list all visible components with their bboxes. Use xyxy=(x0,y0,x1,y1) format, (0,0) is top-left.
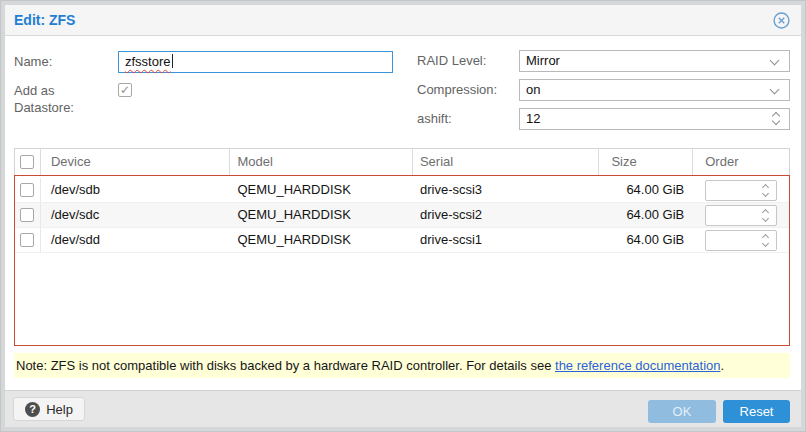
table-row[interactable]: /dev/sdd QEMU_HARDDISK drive-scsi1 64.00… xyxy=(15,228,789,253)
cell-device: /dev/sdb xyxy=(41,178,231,202)
cell-order xyxy=(693,178,789,202)
chevron-down-icon xyxy=(770,85,780,95)
table-row[interactable]: /dev/sdb QEMU_HARDDISK drive-scsi3 64.00… xyxy=(15,178,789,203)
chevron-down-icon[interactable] xyxy=(762,189,769,196)
cell-model: QEMU_HARDDISK xyxy=(230,203,413,227)
select-all-checkbox[interactable] xyxy=(20,155,34,169)
row-checkbox[interactable] xyxy=(20,208,34,222)
dialog-footer: ? Help OK Reset xyxy=(5,390,801,427)
reset-button[interactable]: Reset xyxy=(723,400,790,423)
ashift-spinner[interactable]: 12 xyxy=(519,108,790,130)
raid-level-select[interactable]: Mirror xyxy=(519,50,790,72)
cell-serial: drive-scsi1 xyxy=(413,228,600,252)
raid-level-label: RAID Level: xyxy=(417,50,486,72)
dialog-window: Edit: ZFS Name: zfsstore Add as Datastor… xyxy=(5,5,801,427)
chevron-down-icon[interactable] xyxy=(762,214,769,221)
chevron-down-icon[interactable] xyxy=(762,239,769,246)
compression-label: Compression: xyxy=(417,79,497,101)
row-checkbox-cell xyxy=(15,203,41,227)
ok-button[interactable]: OK xyxy=(648,400,716,423)
chevron-down-icon[interactable] xyxy=(772,117,780,125)
reference-documentation-link[interactable]: the reference documentation xyxy=(555,358,721,373)
raid-level-value: Mirror xyxy=(526,53,560,68)
disk-table-header: Device Model Serial Size Order xyxy=(14,148,790,175)
ashift-label: ashift: xyxy=(417,108,452,130)
order-spinner[interactable] xyxy=(705,230,777,251)
cell-size: 64.00 GiB xyxy=(599,228,693,252)
help-button-label: Help xyxy=(46,402,73,417)
cell-order xyxy=(693,203,789,227)
text-caret xyxy=(172,54,173,68)
dialog-titlebar[interactable]: Edit: ZFS xyxy=(5,5,801,36)
help-button[interactable]: ? Help xyxy=(13,397,85,421)
select-all-checkbox-cell xyxy=(15,149,41,175)
table-row[interactable]: /dev/sdc QEMU_HARDDISK drive-scsi2 64.00… xyxy=(15,203,789,228)
row-checkbox[interactable] xyxy=(20,183,34,197)
cell-model: QEMU_HARDDISK xyxy=(230,178,413,202)
dialog-title: Edit: ZFS xyxy=(14,5,75,35)
cell-size: 64.00 GiB xyxy=(599,178,693,202)
cell-device: /dev/sdc xyxy=(41,203,231,227)
zfs-edit-dialog: Edit: ZFS Name: zfsstore Add as Datastor… xyxy=(0,0,806,432)
chevron-down-icon xyxy=(770,56,780,66)
order-spinner[interactable] xyxy=(705,180,777,201)
cell-model: QEMU_HARDDISK xyxy=(230,228,413,252)
zfs-note-banner: Note: ZFS is not compatible with disks b… xyxy=(14,353,790,378)
row-checkbox-cell xyxy=(15,228,41,252)
add-as-datastore-label: Add as Datastore: xyxy=(14,82,94,116)
row-checkbox[interactable] xyxy=(20,233,34,247)
name-input-value: zfsstore xyxy=(125,54,171,69)
close-button[interactable] xyxy=(773,12,790,29)
compression-value: on xyxy=(526,82,540,97)
column-header-serial[interactable]: Serial xyxy=(413,149,600,175)
cell-device: /dev/sdd xyxy=(41,228,231,252)
column-header-device[interactable]: Device xyxy=(41,149,231,175)
circle-x-icon xyxy=(773,12,790,29)
ashift-value: 12 xyxy=(526,111,540,126)
cell-serial: drive-scsi2 xyxy=(413,203,600,227)
column-header-order[interactable]: Order xyxy=(693,149,789,175)
add-as-datastore-checkbox[interactable] xyxy=(118,83,132,97)
column-header-size[interactable]: Size xyxy=(599,149,693,175)
row-checkbox-cell xyxy=(15,178,41,202)
question-circle-icon: ? xyxy=(25,402,40,417)
order-spinner[interactable] xyxy=(705,205,777,226)
name-label: Name: xyxy=(14,51,52,73)
disk-table-body: /dev/sdb QEMU_HARDDISK drive-scsi3 64.00… xyxy=(14,175,790,346)
note-text-suffix: . xyxy=(721,358,725,373)
column-header-model[interactable]: Model xyxy=(230,149,413,175)
cell-serial: drive-scsi3 xyxy=(413,178,600,202)
cell-order xyxy=(693,228,789,252)
note-text: Note: ZFS is not compatible with disks b… xyxy=(16,358,555,373)
compression-select[interactable]: on xyxy=(519,79,790,101)
name-input[interactable]: zfsstore xyxy=(118,51,393,73)
cell-size: 64.00 GiB xyxy=(599,203,693,227)
